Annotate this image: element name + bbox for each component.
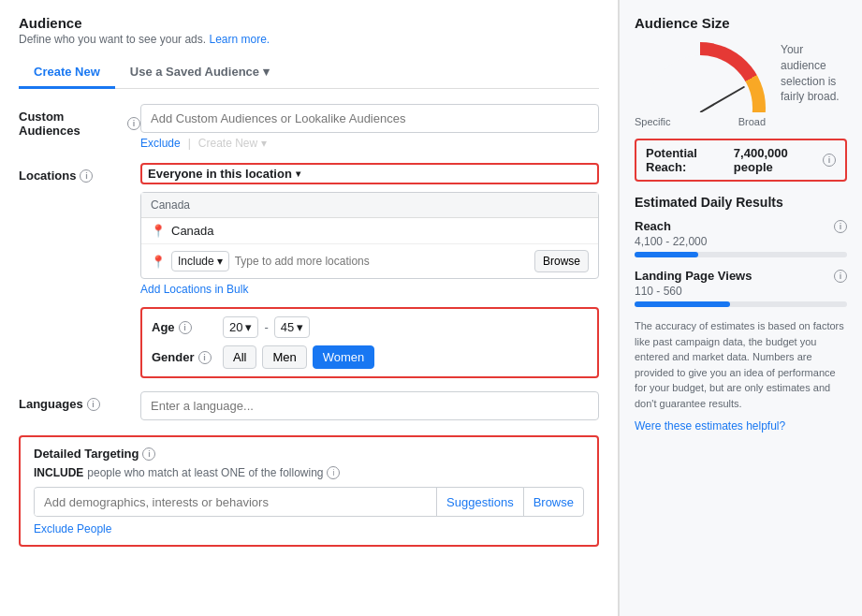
detailed-targeting-header: Detailed Targeting i: [34, 447, 584, 461]
locations-dropdown[interactable]: Everyone in this location ▾: [148, 167, 592, 181]
browse-button[interactable]: Browse: [534, 250, 589, 272]
landing-bar: [635, 301, 730, 307]
custom-audiences-row: Custom Audiences i Exclude | Create New …: [19, 104, 599, 150]
audience-size-title: Audience Size: [635, 15, 847, 31]
add-locations-bulk-link[interactable]: Add Locations in Bulk: [140, 283, 599, 300]
potential-reach-info-icon[interactable]: i: [823, 154, 836, 167]
locations-info-icon[interactable]: i: [80, 169, 93, 183]
location-pin-icon: 📍: [151, 224, 166, 238]
location-type-input[interactable]: [235, 255, 529, 268]
chevron-down-icon: ▾: [261, 137, 267, 150]
page-subtitle: Define who you want to see your ads. Lea…: [19, 33, 599, 46]
gauge-labels: Specific Broad: [635, 116, 766, 127]
gender-info-icon[interactable]: i: [198, 351, 212, 364]
reach-row: Reach i 4,100 - 22,000: [635, 219, 847, 257]
locations-dropdown-box: Everyone in this location ▾: [140, 163, 599, 184]
landing-bar-background: [635, 301, 847, 307]
age-to-select[interactable]: 45 ▾: [274, 316, 310, 338]
landing-range: 110 - 560: [635, 285, 847, 298]
dt-input-row: Suggestions Browse: [34, 487, 584, 517]
custom-audiences-field: Exclude | Create New ▾: [140, 104, 599, 150]
gauge-row: Specific Broad Your audience selection i…: [635, 42, 847, 139]
exclude-people-link[interactable]: Exclude People: [34, 522, 584, 535]
chevron-down-icon: ▾: [217, 255, 223, 268]
potential-reach-label: Potential Reach:: [646, 146, 730, 174]
reach-label: Reach i: [635, 219, 847, 233]
learn-more-link[interactable]: Learn more.: [209, 33, 270, 46]
age-from-select[interactable]: 20 ▾: [223, 316, 258, 338]
age-info-icon[interactable]: i: [179, 321, 192, 334]
dt-demographics-input[interactable]: [35, 489, 436, 516]
helpful-link[interactable]: Were these estimates helpful?: [635, 419, 785, 433]
gauge-container: Specific Broad: [635, 42, 766, 127]
chevron-down-icon: ▾: [296, 169, 300, 179]
dt-browse-button[interactable]: Browse: [524, 491, 583, 513]
audience-header: Audience Define who you want to see your…: [19, 15, 599, 46]
tab-bar: Create New Use a Saved Audience ▾: [19, 57, 599, 89]
age-row: Age i 20 ▾ - 45 ▾: [152, 316, 588, 338]
locations-row: Locations i Everyone in this location ▾ …: [19, 163, 599, 378]
reach-info-icon[interactable]: i: [834, 220, 847, 233]
custom-audiences-label: Custom Audiences i: [19, 104, 140, 138]
tab-saved-audience[interactable]: Use a Saved Audience ▾: [115, 57, 285, 89]
disclaimer-text: The accuracy of estimates is based on fa…: [635, 318, 847, 411]
page-title: Audience: [19, 15, 599, 31]
gender-all-button[interactable]: All: [223, 345, 256, 369]
languages-input[interactable]: [140, 391, 599, 420]
reach-range: 4,100 - 22,000: [635, 235, 847, 248]
landing-label: Landing Page Views i: [635, 269, 847, 283]
create-new-link[interactable]: Create New ▾: [198, 137, 267, 150]
dt-suggestions-button[interactable]: Suggestions: [437, 491, 523, 513]
reach-bar: [635, 252, 698, 257]
exclude-link[interactable]: Exclude: [140, 137, 181, 150]
right-panel: Audience Size Specific Broad Your audien…: [619, 0, 862, 616]
detailed-targeting-box: Detailed Targeting i INCLUDE people who …: [19, 435, 599, 547]
languages-label: Languages i: [19, 391, 140, 411]
tab-create-new[interactable]: Create New: [19, 57, 115, 89]
chevron-down-icon: ▾: [297, 320, 303, 334]
locations-field: Everyone in this location ▾ Canada 📍 Can…: [140, 163, 599, 378]
location-entry: 📍 Canada: [141, 218, 598, 244]
gender-label: Gender i: [152, 350, 217, 364]
location-pin-icon: 📍: [151, 255, 166, 269]
potential-reach-box: Potential Reach: 7,400,000 people i: [635, 139, 847, 182]
custom-audiences-input[interactable]: [140, 104, 599, 133]
potential-reach-value: 7,400,000 people: [734, 146, 819, 174]
dt-include-text: INCLUDE people who match at least ONE of…: [34, 466, 584, 479]
custom-audiences-info-icon[interactable]: i: [127, 117, 140, 130]
languages-field: [140, 391, 599, 420]
estimated-daily-title: Estimated Daily Results: [635, 195, 847, 210]
languages-row: Languages i: [19, 391, 599, 420]
age-gender-box: Age i 20 ▾ - 45 ▾: [140, 307, 599, 378]
landing-row: Landing Page Views i 110 - 560: [635, 269, 847, 307]
gender-men-button[interactable]: Men: [262, 345, 306, 369]
location-area-header: Canada: [141, 193, 598, 218]
dt-include-info-icon[interactable]: i: [327, 466, 340, 479]
gender-women-button[interactable]: Women: [313, 345, 375, 369]
chevron-down-icon: ▾: [263, 65, 270, 79]
gauge-widget: [635, 42, 766, 112]
reach-bar-background: [635, 252, 847, 257]
chevron-down-icon: ▾: [245, 320, 252, 334]
location-area: Canada 📍 Canada 📍 Include ▾ Browse: [140, 192, 599, 279]
include-dropdown[interactable]: Include ▾: [171, 251, 229, 271]
age-label: Age i: [152, 320, 217, 334]
location-add-row: 📍 Include ▾ Browse: [141, 244, 598, 278]
languages-info-icon[interactable]: i: [87, 398, 100, 411]
gauge-description: Your audience selection is fairly broad.: [781, 42, 847, 105]
gender-row: Gender i All Men Women: [152, 345, 588, 369]
landing-info-icon[interactable]: i: [834, 270, 847, 283]
locations-label: Locations i: [19, 163, 140, 183]
detailed-targeting-info-icon[interactable]: i: [142, 447, 155, 461]
